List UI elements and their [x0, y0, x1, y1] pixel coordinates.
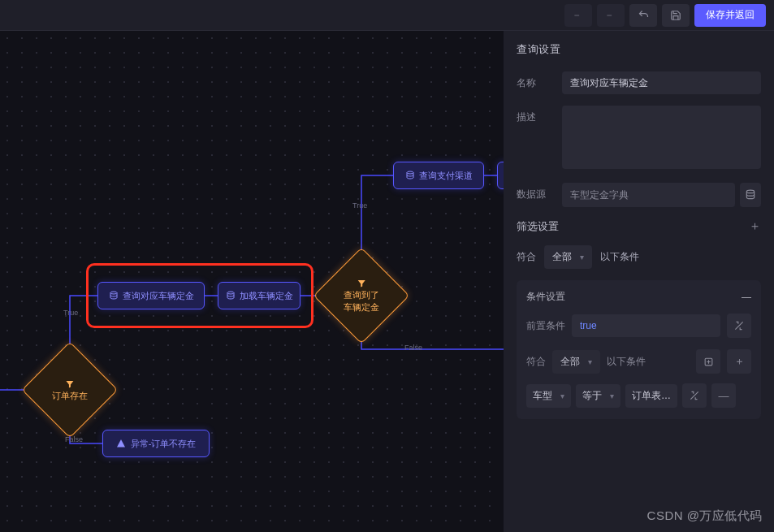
flow-canvas[interactable]: True True False False 订单存在 查询对应车辆定金 加载车辆… [0, 31, 504, 532]
svg-point-1 [227, 292, 234, 294]
panel-title: 查询设置 [517, 42, 761, 57]
chevron-down-icon: ▾ [588, 357, 592, 366]
match-suffix: 以下条件 [600, 250, 639, 264]
field-row-datasource: 数据源 [517, 183, 761, 207]
svg-point-0 [110, 292, 117, 294]
match-suffix: 以下条件 [607, 355, 646, 369]
save-return-label: 保存并返回 [706, 8, 755, 22]
desc-textarea[interactable] [562, 106, 761, 169]
datasource-pick-button[interactable] [740, 183, 761, 207]
warning-icon [116, 439, 127, 449]
field-select[interactable]: 车型 ▾ [526, 384, 571, 408]
field-label: 名称 [517, 71, 562, 90]
db-icon [404, 171, 415, 181]
db-icon [226, 291, 236, 301]
filter-match-row: 符合 全部 ▾ 以下条件 [517, 245, 761, 269]
match-label: 符合 [526, 355, 546, 369]
svg-point-3 [746, 190, 754, 193]
field-value: 车型 [533, 389, 552, 403]
name-input[interactable] [562, 71, 761, 94]
field-row-name: 名称 [517, 71, 761, 94]
precondition-label: 前置条件 [526, 319, 565, 333]
condition-expression: 车型 ▾ 等于 ▾ 订单表… — [526, 383, 751, 408]
filter-icon [65, 378, 76, 389]
operator-select[interactable]: 等于 ▾ [576, 384, 620, 408]
node-action-exception-no-order[interactable]: 异常-订单不存在 [102, 430, 210, 457]
field-label: 描述 [517, 106, 562, 124]
edge-label-true: True [352, 201, 367, 210]
save-return-button[interactable]: 保存并返回 [694, 4, 766, 27]
condition-card: 条件设置 — 前置条件 true 符合 全部 ▾ 以下条件 ＋ [517, 280, 761, 419]
remove-condition-button[interactable]: — [711, 383, 736, 408]
save-icon-button[interactable] [662, 4, 690, 27]
svg-point-2 [407, 171, 413, 174]
edge-label-false: False [404, 344, 422, 352]
value-select[interactable]: 订单表… [625, 384, 677, 408]
value-text: 订单表… [632, 389, 671, 403]
condition-match-row: 符合 全部 ▾ 以下条件 ＋ [526, 349, 751, 374]
match-value: 全部 [552, 250, 572, 264]
chevron-down-icon: ▾ [610, 391, 614, 400]
precondition-row: 前置条件 true [526, 314, 751, 338]
node-label: 异常-订单不存在 [131, 438, 197, 450]
condition-title: 条件设置 [526, 290, 565, 304]
node-decision-order-exists[interactable]: 订单存在 [22, 342, 119, 439]
node-label-line1: 查询到了 [344, 290, 379, 301]
node-label: 查询对应车辆定金 [123, 290, 194, 302]
field-label: 数据源 [517, 183, 562, 201]
node-label: 加载车辆定金 [240, 290, 293, 302]
group-button[interactable] [696, 349, 720, 374]
node-stub-right[interactable] [497, 162, 504, 189]
node-action-query-channel[interactable]: 查询支付渠道 [393, 162, 484, 189]
node-label: 订单存在 [52, 391, 88, 401]
chevron-down-icon: ▾ [580, 253, 584, 262]
filter-icon [357, 278, 367, 288]
node-decision-got-deposit[interactable]: 查询到了 车辆定金 [313, 248, 410, 344]
match-select[interactable]: 全部 ▾ [544, 245, 592, 269]
chevron-down-icon: ▾ [560, 391, 564, 400]
node-label-line2: 车辆定金 [344, 303, 379, 314]
node-action-load-deposit[interactable]: 加载车辆定金 [218, 282, 301, 309]
edge-label-false: False [65, 435, 83, 443]
match-label: 符合 [517, 250, 536, 264]
zoom-out-button[interactable] [564, 4, 592, 27]
db-icon [108, 291, 119, 301]
node-action-query-deposit[interactable]: 查询对应车辆定金 [97, 282, 205, 309]
datasource-input[interactable] [562, 183, 735, 207]
fx-button[interactable] [727, 314, 751, 338]
filter-section-header: 筛选设置 ＋ [517, 218, 761, 234]
edge-label-true: True [63, 309, 78, 317]
filter-title: 筛选设置 [517, 219, 559, 234]
node-label: 查询支付渠道 [419, 170, 473, 182]
undo-button[interactable] [629, 4, 657, 27]
add-condition-button[interactable]: ＋ [727, 349, 751, 374]
condition-match-select[interactable]: 全部 ▾ [552, 350, 600, 374]
top-toolbar: 保存并返回 [0, 0, 774, 31]
add-filter-button[interactable]: ＋ [749, 218, 761, 234]
properties-panel: 查询设置 名称 描述 数据源 筛选设置 ＋ 符合 全部 ▾ 以下条件 [504, 31, 774, 532]
zoom-in-button[interactable] [597, 4, 625, 27]
field-row-desc: 描述 [517, 106, 761, 171]
precondition-input[interactable]: true [572, 314, 720, 337]
collapse-button[interactable]: — [742, 292, 751, 303]
operator-value: 等于 [582, 389, 602, 403]
match-value: 全部 [560, 355, 580, 369]
fx-button-2[interactable] [682, 383, 707, 408]
precondition-value: true [580, 320, 597, 331]
